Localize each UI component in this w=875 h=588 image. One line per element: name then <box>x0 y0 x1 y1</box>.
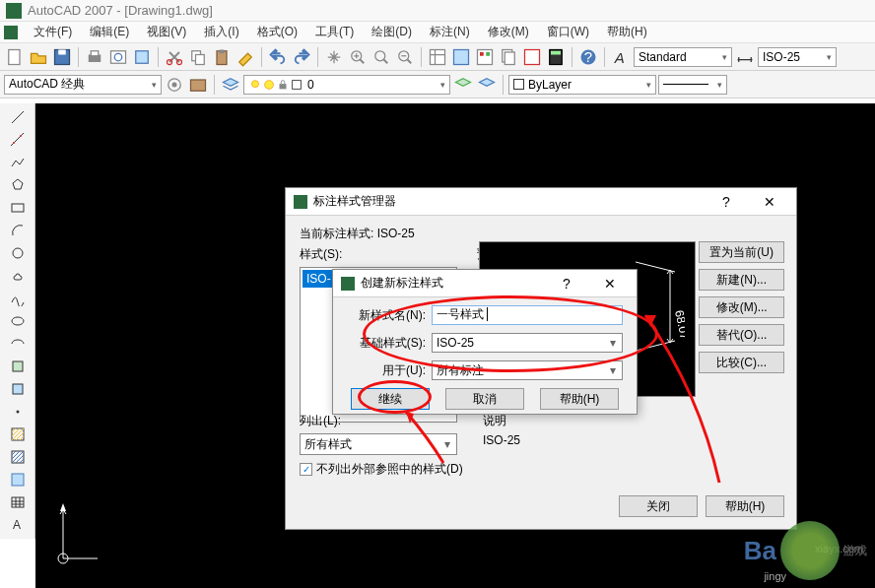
menu-insert[interactable]: 插入(I) <box>196 22 246 42</box>
pan-icon[interactable] <box>323 46 345 68</box>
gradient-icon[interactable] <box>7 446 29 468</box>
modify-button[interactable]: 修改(M)... <box>699 296 784 318</box>
text-style-btn-icon[interactable]: A <box>610 46 632 68</box>
menu-file[interactable]: 文件(F) <box>26 22 80 42</box>
dialog2-help-button[interactable]: ? <box>548 272 585 295</box>
new-icon[interactable] <box>4 46 26 68</box>
help-button[interactable]: 帮助(H) <box>706 495 784 517</box>
make-block-icon[interactable] <box>7 378 29 400</box>
workspace-save-icon[interactable] <box>187 74 209 96</box>
close-button[interactable]: 关闭 <box>619 495 698 517</box>
matchprop-icon[interactable] <box>235 46 256 68</box>
color-combo[interactable]: ByLayer <box>508 75 656 95</box>
hatch-icon[interactable] <box>7 424 29 445</box>
new-button[interactable]: 新建(N)... <box>699 269 784 291</box>
new-name-input[interactable]: 一号样式 <box>432 305 623 325</box>
layer-freeze-icon <box>262 78 276 92</box>
markup-icon[interactable] <box>521 46 543 68</box>
base-style-value: ISO-25 <box>437 336 474 350</box>
ellipse-icon[interactable] <box>7 310 29 332</box>
layer-manager-icon[interactable] <box>220 74 241 96</box>
cancel-button[interactable]: 取消 <box>445 388 524 410</box>
polygon-icon[interactable] <box>7 174 29 196</box>
copy-icon[interactable] <box>187 46 209 68</box>
region-icon[interactable] <box>7 469 29 490</box>
linetype-combo[interactable] <box>658 75 727 95</box>
separator <box>421 47 422 67</box>
svg-point-34 <box>265 80 274 89</box>
rectangle-icon[interactable] <box>7 197 29 219</box>
workspace-combo[interactable]: AutoCAD 经典 <box>4 75 162 95</box>
arc-icon[interactable] <box>7 220 29 241</box>
dialog2-title-bar[interactable]: 创建新标注样式 ? ✕ <box>333 270 637 297</box>
table-icon[interactable] <box>7 491 29 513</box>
tool-palette-icon[interactable] <box>474 46 496 68</box>
sheet-set-icon[interactable] <box>498 46 519 68</box>
insert-block-icon[interactable] <box>7 356 29 377</box>
zoom-prev-icon[interactable] <box>394 46 416 68</box>
print-icon[interactable] <box>84 46 105 68</box>
line-icon[interactable] <box>7 106 29 128</box>
circle-icon[interactable] <box>7 242 29 264</box>
help-button-2[interactable]: 帮助(H) <box>540 388 619 410</box>
text-style-value: Standard <box>639 50 687 64</box>
cut-icon[interactable] <box>164 46 185 68</box>
menu-draw[interactable]: 绘图(D) <box>364 22 420 42</box>
menu-view[interactable]: 视图(V) <box>139 22 194 42</box>
base-style-select[interactable]: ISO-25 <box>432 333 623 353</box>
ellipse-arc-icon[interactable] <box>7 333 29 355</box>
workspace-settings-icon[interactable] <box>164 74 185 96</box>
open-icon[interactable] <box>28 46 49 68</box>
menu-modify[interactable]: 修改(M) <box>480 22 537 42</box>
menu-tools[interactable]: 工具(T) <box>307 22 362 42</box>
layer-combo[interactable]: 0 <box>243 75 450 95</box>
save-icon[interactable] <box>51 46 73 68</box>
paste-icon[interactable] <box>211 46 233 68</box>
menu-help[interactable]: 帮助(H) <box>599 22 655 42</box>
revcloud-icon[interactable] <box>7 265 29 287</box>
help-icon[interactable]: ? <box>577 46 599 68</box>
menu-window[interactable]: 窗口(W) <box>539 22 597 42</box>
spline-icon[interactable] <box>7 288 29 309</box>
dialog-title-bar[interactable]: 标注样式管理器 ? ✕ <box>286 188 796 216</box>
quickcalc-icon[interactable] <box>545 46 567 68</box>
dim-style-combo[interactable]: ISO-25 <box>758 47 837 67</box>
set-current-button[interactable]: 置为当前(U) <box>699 241 784 263</box>
properties-icon[interactable] <box>427 46 448 68</box>
list-combo[interactable]: 所有样式 <box>300 433 457 455</box>
svg-point-40 <box>13 248 23 258</box>
desc-value: ISO-25 <box>483 433 520 447</box>
xref-checkbox-row[interactable]: ✓ 不列出外部参照中的样式(D) <box>300 461 463 478</box>
dialog-help-button[interactable]: ? <box>707 190 745 214</box>
color-swatch-icon <box>513 79 524 90</box>
menu-edit[interactable]: 编辑(E) <box>82 22 137 42</box>
dialog-title-text: 标注样式管理器 <box>313 193 396 210</box>
xref-checkbox[interactable]: ✓ <box>300 463 312 476</box>
menu-app-icon <box>4 26 18 39</box>
point-icon[interactable] <box>7 401 29 423</box>
undo-icon[interactable] <box>267 46 289 68</box>
zoom-rt-icon[interactable] <box>347 46 369 68</box>
layer-prev-icon[interactable] <box>452 74 474 96</box>
continue-button[interactable]: 继续 <box>351 388 430 410</box>
publish-icon[interactable] <box>131 46 153 68</box>
polyline-icon[interactable] <box>7 152 29 173</box>
dim-style-btn-icon[interactable] <box>734 46 756 68</box>
mtext-icon[interactable]: A <box>7 514 29 536</box>
design-center-icon[interactable] <box>450 46 472 68</box>
xline-icon[interactable] <box>7 129 29 151</box>
text-style-combo[interactable]: Standard <box>634 47 732 67</box>
menu-format[interactable]: 格式(O) <box>249 22 305 42</box>
svg-rect-2 <box>58 49 66 54</box>
dialog2-close-button[interactable]: ✕ <box>591 272 629 295</box>
layer-states-icon[interactable] <box>476 74 498 96</box>
compare-button[interactable]: 比较(C)... <box>699 352 784 373</box>
dialog-close-button[interactable]: ✕ <box>751 190 788 214</box>
plot-preview-icon[interactable] <box>107 46 129 68</box>
zoom-window-icon[interactable] <box>370 46 392 68</box>
base-style-label: 基础样式(S): <box>347 335 426 352</box>
override-button[interactable]: 替代(O)... <box>699 324 784 346</box>
use-for-select[interactable]: 所有标注 <box>432 360 623 380</box>
menu-dimension[interactable]: 标注(N) <box>422 22 478 42</box>
redo-icon[interactable] <box>291 46 312 68</box>
